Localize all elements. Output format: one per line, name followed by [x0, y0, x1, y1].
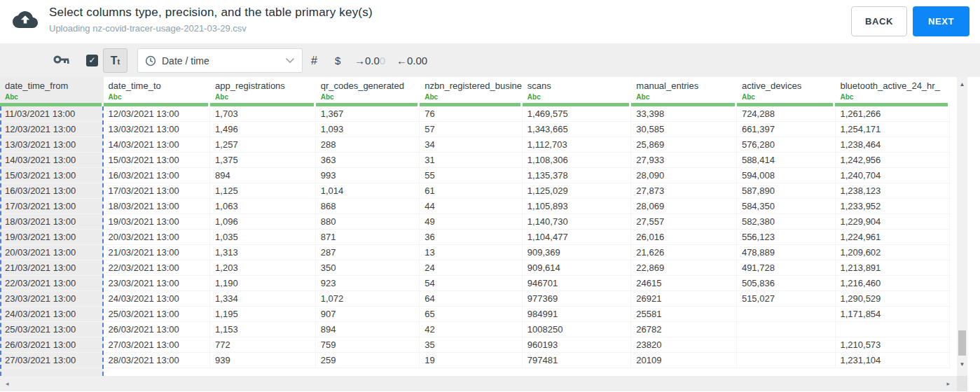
scroll-up-icon[interactable]: ▲ — [957, 81, 967, 88]
table-cell[interactable]: 27/03/2021 13:00 — [104, 337, 211, 353]
column-header-bluetooth_active_24_hr_[interactable]: bluetooth_active_24_hr_Abc — [836, 77, 951, 103]
table-cell[interactable]: 1,035 — [210, 230, 316, 245]
table-cell[interactable]: 880 — [316, 214, 420, 230]
table-cell[interactable]: 797481 — [523, 353, 632, 368]
table-cell[interactable]: 26/03/2021 13:00 — [0, 337, 104, 353]
table-cell[interactable]: 28,090 — [631, 168, 737, 183]
table-cell[interactable]: 24/03/2021 13:00 — [104, 291, 211, 307]
table-cell[interactable]: 11/03/2021 13:00 — [0, 106, 104, 122]
table-cell[interactable] — [737, 353, 836, 368]
primary-key-icon[interactable] — [53, 54, 70, 66]
table-cell[interactable]: 1,072 — [316, 291, 420, 307]
scroll-right-icon[interactable]: ▸ — [946, 376, 950, 391]
table-cell[interactable]: 15/03/2021 13:00 — [0, 168, 104, 183]
table-cell[interactable]: 894 — [210, 168, 316, 183]
table-cell[interactable]: 61 — [420, 183, 523, 199]
table-cell[interactable]: 1,104,477 — [523, 230, 632, 245]
table-cell[interactable]: 76 — [420, 106, 523, 122]
table-cell[interactable]: 1,213,891 — [836, 260, 951, 276]
table-cell[interactable]: 1,093 — [316, 122, 420, 137]
table-cell[interactable]: 1,195 — [210, 307, 316, 322]
column-type-select[interactable]: Date / time — [137, 48, 303, 73]
next-button[interactable]: NEXT — [913, 6, 969, 36]
table-cell[interactable]: 13/03/2021 13:00 — [104, 122, 211, 137]
table-cell[interactable]: 49 — [420, 214, 523, 230]
scroll-left-icon[interactable]: ◂ — [6, 376, 9, 391]
table-cell[interactable]: 923 — [316, 276, 420, 291]
table-cell[interactable]: 20/03/2021 13:00 — [0, 245, 104, 260]
table-cell[interactable]: 1,216,460 — [836, 276, 951, 291]
table-cell[interactable]: 939 — [210, 353, 316, 368]
table-cell[interactable]: 1,140,730 — [523, 214, 632, 230]
table-cell[interactable]: 26,016 — [631, 230, 737, 245]
table-cell[interactable]: 576,280 — [737, 137, 836, 153]
table-cell[interactable]: 21,626 — [631, 245, 737, 260]
increase-decimal-button[interactable]: →0.00 — [354, 48, 385, 73]
column-header-date_time_to[interactable]: date_time_toAbc — [104, 77, 211, 103]
table-cell[interactable]: 909,369 — [523, 245, 632, 260]
table-cell[interactable]: 14/03/2021 13:00 — [0, 153, 104, 168]
table-cell[interactable]: 18/03/2021 13:00 — [104, 199, 211, 214]
table-cell[interactable]: 909,614 — [523, 260, 632, 276]
table-cell[interactable]: 36 — [420, 230, 523, 245]
table-cell[interactable]: 993 — [316, 168, 420, 183]
table-cell[interactable]: 35 — [420, 337, 523, 353]
vertical-scrollbar-thumb[interactable] — [958, 330, 966, 356]
table-cell[interactable]: 1,261,266 — [836, 106, 951, 122]
table-cell[interactable]: 350 — [316, 260, 420, 276]
table-cell[interactable]: 1,242,956 — [836, 153, 951, 168]
table-cell[interactable]: 23820 — [631, 337, 737, 353]
column-header-app_registrations[interactable]: app_registrationsAbc — [210, 77, 316, 103]
table-cell[interactable]: 1,334 — [210, 291, 316, 307]
table-cell[interactable]: 287 — [316, 245, 420, 260]
table-cell[interactable]: 1,367 — [316, 106, 420, 122]
table-cell[interactable]: 14/03/2021 13:00 — [104, 137, 211, 153]
table-cell[interactable]: 1,096 — [210, 214, 316, 230]
table-cell[interactable]: 1,153 — [210, 322, 316, 337]
table-cell[interactable]: 19/03/2021 13:00 — [0, 230, 104, 245]
table-cell[interactable]: 22/03/2021 13:00 — [0, 276, 104, 291]
table-cell[interactable]: 1,171,854 — [836, 307, 951, 322]
table-cell[interactable]: 871 — [316, 230, 420, 245]
table-cell[interactable]: 582,380 — [737, 214, 836, 230]
table-cell[interactable]: 1,135,378 — [523, 168, 632, 183]
table-cell[interactable]: 28/03/2021 13:00 — [104, 353, 211, 368]
table-cell[interactable]: 64 — [420, 291, 523, 307]
table-cell[interactable]: 1008250 — [523, 322, 632, 337]
table-cell[interactable]: 1,240,704 — [836, 168, 951, 183]
number-type-button[interactable]: # — [311, 48, 317, 73]
table-cell[interactable]: 259 — [316, 353, 420, 368]
table-cell[interactable]: 20/03/2021 13:00 — [104, 230, 211, 245]
table-cell[interactable]: 491,728 — [737, 260, 836, 276]
table-cell[interactable]: 25/03/2021 13:00 — [104, 307, 211, 322]
table-cell[interactable]: 33,398 — [631, 106, 737, 122]
table-cell[interactable]: 44 — [420, 199, 523, 214]
table-cell[interactable]: 23/03/2021 13:00 — [104, 276, 211, 291]
table-cell[interactable]: 55 — [420, 168, 523, 183]
back-button[interactable]: BACK — [851, 6, 907, 36]
table-cell[interactable]: 1,105,893 — [523, 199, 632, 214]
table-cell[interactable]: 1,290,529 — [836, 291, 951, 307]
table-cell[interactable] — [737, 337, 836, 353]
table-cell[interactable]: 1,190 — [210, 276, 316, 291]
table-cell[interactable]: 1,203 — [210, 260, 316, 276]
table-cell[interactable]: 21/03/2021 13:00 — [0, 260, 104, 276]
table-cell[interactable]: 960193 — [523, 337, 632, 353]
column-header-date_time_from[interactable]: date_time_fromAbc — [0, 77, 104, 103]
currency-type-button[interactable]: $ — [335, 48, 340, 73]
table-cell[interactable]: 21/03/2021 13:00 — [104, 245, 211, 260]
table-cell[interactable]: 661,397 — [737, 122, 836, 137]
table-cell[interactable]: 42 — [420, 322, 523, 337]
table-cell[interactable]: 1,108,306 — [523, 153, 632, 168]
table-cell[interactable]: 1,233,952 — [836, 199, 951, 214]
table-cell[interactable]: 15/03/2021 13:00 — [104, 153, 211, 168]
table-cell[interactable]: 19/03/2021 13:00 — [104, 214, 211, 230]
horizontal-scrollbar[interactable]: ◂ ▸ — [0, 376, 957, 391]
table-cell[interactable]: 16/03/2021 13:00 — [104, 168, 211, 183]
table-cell[interactable]: 19 — [420, 353, 523, 368]
column-header-nzbn_registered_busine[interactable]: nzbn_registered_busineAbc — [420, 77, 523, 103]
table-cell[interactable]: 24/03/2021 13:00 — [0, 307, 104, 322]
table-cell[interactable]: 1,209,602 — [836, 245, 951, 260]
table-cell[interactable]: 1,063 — [210, 199, 316, 214]
table-cell[interactable]: 946701 — [523, 276, 632, 291]
